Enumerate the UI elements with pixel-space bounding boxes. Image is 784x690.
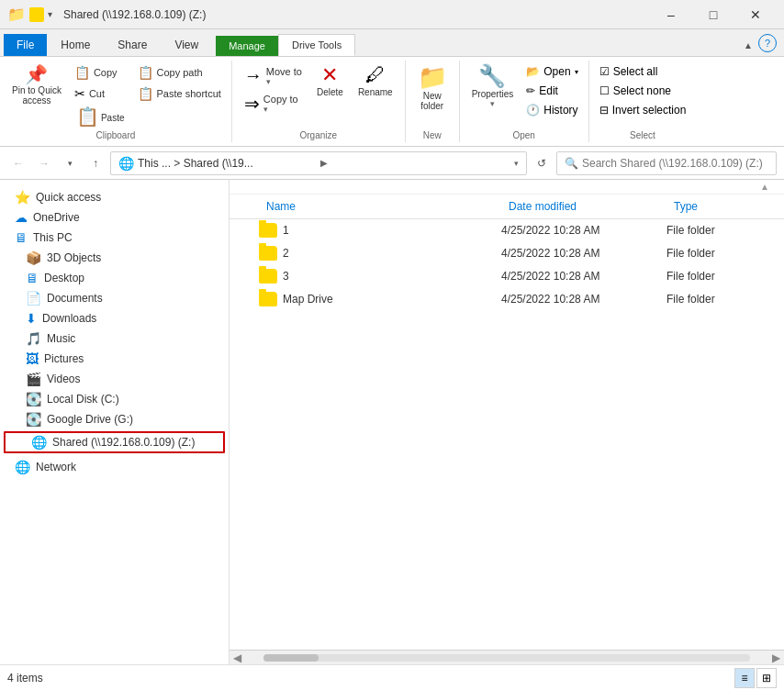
maximize-button[interactable]: □ <box>692 0 734 29</box>
select-none-button[interactable]: ☐ Select none <box>595 82 691 100</box>
edit-icon: ✏ <box>526 84 535 97</box>
open-edit-col: 📂 Open ▾ ✏ Edit 🕐 History <box>521 62 582 119</box>
table-row[interactable]: 2 4/25/2022 10:28 AM File folder <box>230 242 784 265</box>
sidebar-item-network[interactable]: 🌐 Network <box>0 457 229 477</box>
search-icon: 🔍 <box>565 157 578 170</box>
hscroll-left-arrow[interactable]: ◀ <box>230 651 245 664</box>
rename-button[interactable]: 🖊 Rename <box>352 62 399 100</box>
recent-locations-button[interactable]: ▾ <box>59 152 81 174</box>
up-button[interactable]: ↑ <box>84 152 106 174</box>
new-folder-button[interactable]: 📁 Newfolder <box>411 62 454 114</box>
help-button[interactable]: ? <box>758 34 777 52</box>
invert-selection-icon: ⊟ <box>599 104 609 117</box>
sidebar-item-pictures[interactable]: 🖼 Pictures <box>0 349 229 369</box>
search-input[interactable] <box>582 157 768 170</box>
edit-button[interactable]: ✏ Edit <box>521 82 582 100</box>
collapse-chevron[interactable]: ▲ <box>760 182 769 192</box>
file-date-3: 4/25/2022 10:28 AM <box>501 270 666 283</box>
tab-manage[interactable]: Manage <box>216 36 278 56</box>
search-box[interactable]: 🔍 <box>556 151 777 175</box>
path-shortcut-col: 📋 Copy path 📋 Paste shortcut <box>133 62 226 104</box>
move-to-button[interactable]: → Move to ▾ <box>238 62 308 89</box>
table-row[interactable]: Map Drive 4/25/2022 10:28 AM File folder <box>230 288 784 311</box>
paste-shortcut-button[interactable]: 📋 Paste shortcut <box>133 83 226 104</box>
sidebar-item-this-pc[interactable]: 🖥 This PC <box>0 228 229 248</box>
properties-icon: 🔧 <box>478 65 506 87</box>
sidebar-label-this-pc: This PC <box>33 231 73 244</box>
back-button[interactable]: ← <box>7 152 29 174</box>
sidebar-label-documents: Documents <box>47 292 103 305</box>
sidebar-label-google-drive: Google Drive (G:) <box>47 413 133 426</box>
paste-shortcut-icon: 📋 <box>138 86 153 101</box>
clipboard-group-content: 📌 Pin to Quickaccess 📋 Copy ✂ Cut 📋 Past… <box>6 62 226 128</box>
sidebar-item-documents[interactable]: 📄 Documents <box>0 288 229 308</box>
tab-drive-tools[interactable]: Drive Tools <box>278 34 355 56</box>
view-large-icons-button[interactable]: ⊞ <box>756 668 777 688</box>
sidebar-item-desktop[interactable]: 🖥 Desktop <box>0 268 229 288</box>
table-row[interactable]: 1 4/25/2022 10:28 AM File folder <box>230 219 784 242</box>
window-controls: – □ ✕ <box>650 0 777 29</box>
tab-home[interactable]: Home <box>47 33 104 56</box>
invert-selection-button[interactable]: ⊟ Invert selection <box>595 101 691 119</box>
forward-button[interactable]: → <box>33 152 55 174</box>
tab-view[interactable]: View <box>161 33 212 56</box>
copy-button[interactable]: 📋 Copy <box>70 62 131 83</box>
ribbon-collapse-button[interactable]: ▲ <box>738 39 758 52</box>
file-type-3: File folder <box>666 270 777 283</box>
sidebar-item-videos[interactable]: 🎬 Videos <box>0 369 229 389</box>
pin-to-quick-access-button[interactable]: 📌 Pin to Quickaccess <box>6 62 68 108</box>
col-header-name[interactable]: Name <box>259 195 501 218</box>
open-button[interactable]: 📂 Open ▾ <box>521 62 582 81</box>
shared-drive-icon: 🌐 <box>31 435 47 450</box>
local-disk-c-icon: 💽 <box>26 392 41 406</box>
close-button[interactable]: ✕ <box>734 0 777 29</box>
main-area: ⭐ Quick access ☁ OneDrive 🖥 This PC 📦 3D… <box>0 180 784 664</box>
sidebar-item-onedrive[interactable]: ☁ OneDrive <box>0 207 229 228</box>
file-type-4: File folder <box>666 293 777 306</box>
sidebar-item-google-drive[interactable]: 💽 Google Drive (G:) <box>0 409 229 429</box>
cut-button[interactable]: ✂ Cut <box>70 83 131 104</box>
paste-button[interactable]: 📋 Paste <box>70 105 131 128</box>
title-bar-left: 📁 ▾ Shared (\\192.168.0.109) (Z:) <box>7 6 206 23</box>
sidebar-item-music[interactable]: 🎵 Music <box>0 328 229 349</box>
ribbon-content: 📌 Pin to Quickaccess 📋 Copy ✂ Cut 📋 Past… <box>0 57 784 147</box>
table-row[interactable]: 3 4/25/2022 10:28 AM File folder <box>230 265 784 288</box>
address-dropdown-arrow[interactable]: ▾ <box>514 159 519 168</box>
open-icon: 📂 <box>526 65 540 78</box>
sidebar-label-pictures: Pictures <box>44 352 84 365</box>
tab-file[interactable]: File <box>4 34 47 56</box>
downloads-icon: ⬇ <box>26 311 37 326</box>
sidebar-item-downloads[interactable]: ⬇ Downloads <box>0 308 229 328</box>
select-all-icon: ☑ <box>599 65 610 78</box>
address-path-text: This ... > Shared (\\19... <box>138 157 317 170</box>
hscroll-right-arrow[interactable]: ▶ <box>768 651 784 664</box>
onedrive-icon: ☁ <box>15 210 28 225</box>
horizontal-scrollbar[interactable]: ◀ ▶ <box>230 650 784 664</box>
hscroll-thumb[interactable] <box>263 654 319 662</box>
ribbon-group-select: ☑ Select all ☐ Select none ⊟ Invert sele… <box>589 61 697 142</box>
sidebar-item-quick-access[interactable]: ⭐ Quick access <box>0 187 229 207</box>
address-input[interactable]: 🌐 This ... > Shared (\\19... ▶ ▾ <box>110 151 527 175</box>
refresh-button[interactable]: ↺ <box>531 152 553 174</box>
delete-button[interactable]: ✕ Delete <box>310 62 350 100</box>
view-icons: ≡ ⊞ <box>734 668 777 688</box>
tab-share[interactable]: Share <box>104 33 161 56</box>
copy-to-button[interactable]: ⇒ Copy to ▾ <box>238 90 308 117</box>
sidebar-item-3d-objects[interactable]: 📦 3D Objects <box>0 248 229 268</box>
paste-icon: 📋 <box>76 107 99 126</box>
sidebar-item-local-disk-c[interactable]: 💽 Local Disk (C:) <box>0 389 229 409</box>
properties-button[interactable]: 🔧 Properties ▾ <box>465 62 521 111</box>
col-header-type[interactable]: Type <box>666 195 777 218</box>
open-group-content: 🔧 Properties ▾ 📂 Open ▾ ✏ Edit 🕐 History <box>465 62 583 128</box>
copy-path-button[interactable]: 📋 Copy path <box>133 62 226 83</box>
sidebar-item-shared-drive[interactable]: 🌐 Shared (\\192.168.0.109) (Z:) <box>4 431 225 453</box>
organize-group-content: → Move to ▾ ⇒ Copy to ▾ ✕ Delete <box>238 62 399 128</box>
select-none-icon: ☐ <box>599 84 610 97</box>
col-header-date[interactable]: Date modified <box>501 195 666 218</box>
dropdown-arrow[interactable]: ▾ <box>48 9 52 19</box>
view-details-button[interactable]: ≡ <box>734 668 755 688</box>
select-all-button[interactable]: ☑ Select all <box>595 62 691 81</box>
minimize-button[interactable]: – <box>650 0 692 29</box>
history-button[interactable]: 🕐 History <box>521 101 582 119</box>
file-date-4: 4/25/2022 10:28 AM <box>501 293 666 306</box>
